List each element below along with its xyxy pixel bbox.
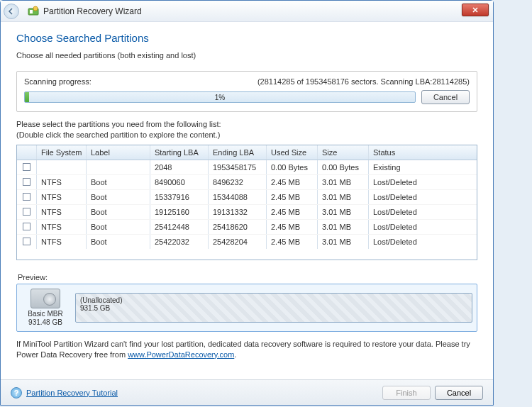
- arrow-left-icon: [8, 8, 15, 15]
- row-checkbox-cell: [17, 220, 37, 234]
- table-row[interactable]: 204819534581750.00 Bytes0.00 BytesExisti…: [17, 160, 477, 175]
- cell-size: 3.01 MB: [318, 235, 369, 249]
- scan-cancel-button[interactable]: Cancel: [421, 90, 470, 104]
- preview-panel: Basic MBR 931.48 GB (Unallocated) 931.5 …: [16, 284, 477, 332]
- titlebar: Partition Recovery Wizard: [1, 1, 493, 22]
- svg-point-2: [33, 6, 38, 11]
- back-button[interactable]: [4, 4, 19, 19]
- row-checkbox[interactable]: [23, 238, 31, 245]
- disk-size: 931.48 GB: [21, 318, 70, 327]
- cancel-button[interactable]: Cancel: [435, 386, 483, 400]
- cell-label: [87, 160, 150, 174]
- row-checkbox-cell: [17, 205, 37, 219]
- table-row[interactable]: NTFSBoot15337916153440882.45 MB3.01 MBLo…: [17, 190, 477, 205]
- cell-label: Boot: [87, 190, 150, 204]
- row-checkbox[interactable]: [23, 208, 31, 216]
- table-row[interactable]: NTFSBoot849006084962322.45 MB3.01 MBLost…: [17, 175, 477, 190]
- scan-label: Scanning progress:: [24, 77, 92, 86]
- help-link[interactable]: Partition Recovery Tutorial: [26, 389, 118, 397]
- col-starting-lba[interactable]: Starting LBA: [150, 145, 209, 160]
- cell-size: 0.00 Bytes: [318, 160, 369, 174]
- help-icon: ?: [11, 387, 22, 398]
- app-icon: [28, 6, 39, 17]
- cell-filesystem: NTFS: [37, 235, 87, 249]
- col-used-size[interactable]: Used Size: [267, 145, 318, 160]
- note-link[interactable]: www.PowerDataRecovery.com: [128, 350, 234, 359]
- window-title: Partition Recovery Wizard: [43, 6, 142, 16]
- list-hint: Please select the partitions you need fr…: [16, 119, 477, 140]
- cell-ending-lba: 8496232: [209, 175, 267, 189]
- cell-starting-lba: 8490060: [150, 175, 209, 189]
- cell-label: Boot: [87, 175, 150, 189]
- footer: ? Partition Recovery Tutorial Finish Can…: [1, 379, 493, 405]
- content-area: Choose Searched Partitions Choose all ne…: [1, 22, 493, 367]
- cell-used-size: 2.45 MB: [267, 220, 318, 234]
- cell-filesystem: NTFS: [37, 175, 87, 189]
- table-row[interactable]: NTFSBoot25412448254186202.45 MB3.01 MBLo…: [17, 220, 477, 235]
- table-header: File System Label Starting LBA Ending LB…: [17, 145, 477, 160]
- col-status[interactable]: Status: [369, 145, 477, 160]
- cell-label: Boot: [87, 205, 150, 219]
- row-checkbox-cell: [17, 190, 37, 204]
- cell-status: Lost/Deleted: [369, 190, 477, 204]
- cell-used-size: 2.45 MB: [267, 235, 318, 249]
- progress-bar: 1%: [24, 91, 416, 103]
- cell-starting-lba: 15337916: [150, 190, 209, 204]
- note-text-b: .: [234, 350, 236, 359]
- cell-filesystem: NTFS: [37, 190, 87, 204]
- table-row[interactable]: NTFSBoot25422032254282042.45 MB3.01 MBLo…: [17, 235, 477, 249]
- close-button[interactable]: [462, 4, 489, 16]
- cell-starting-lba: 2048: [150, 160, 209, 174]
- partition-size: 931.5 GB: [80, 304, 467, 312]
- cell-starting-lba: 25422032: [150, 235, 209, 249]
- cell-size: 3.01 MB: [318, 190, 369, 204]
- table-body: 204819534581750.00 Bytes0.00 BytesExisti…: [17, 160, 477, 260]
- partition-name: (Unallocated): [80, 296, 467, 304]
- cell-status: Lost/Deleted: [369, 175, 477, 189]
- cell-used-size: 0.00 Bytes: [267, 160, 318, 174]
- cell-used-size: 2.45 MB: [267, 205, 318, 219]
- cell-size: 3.01 MB: [318, 175, 369, 189]
- cell-status: Lost/Deleted: [369, 235, 477, 249]
- row-checkbox-cell: [17, 235, 37, 249]
- svg-rect-1: [30, 10, 33, 13]
- partition-table: File System Label Starting LBA Ending LB…: [16, 145, 477, 260]
- cell-used-size: 2.45 MB: [267, 175, 318, 189]
- col-checkbox: [17, 145, 37, 160]
- cell-ending-lba: 25418620: [209, 220, 267, 234]
- note-text-a: If MiniTool Partition Wizard can't find …: [16, 340, 470, 359]
- cell-filesystem: NTFS: [37, 220, 87, 234]
- col-size[interactable]: Size: [318, 145, 369, 160]
- row-checkbox[interactable]: [23, 178, 31, 186]
- row-checkbox[interactable]: [23, 163, 31, 171]
- disk-card[interactable]: Basic MBR 931.48 GB: [21, 289, 70, 327]
- cell-size: 3.01 MB: [318, 205, 369, 219]
- row-checkbox[interactable]: [23, 223, 31, 230]
- progress-fill: [25, 92, 29, 102]
- table-row[interactable]: NTFSBoot19125160191313322.45 MB3.01 MBLo…: [17, 205, 477, 220]
- cell-status: Existing: [369, 160, 477, 174]
- cell-used-size: 2.45 MB: [267, 190, 318, 204]
- disk-name: Basic MBR: [21, 310, 70, 318]
- cell-starting-lba: 25412448: [150, 220, 209, 234]
- row-checkbox-cell: [17, 175, 37, 189]
- cell-status: Lost/Deleted: [369, 205, 477, 219]
- progress-percent: 1%: [215, 94, 225, 101]
- page-subtext: Choose all needed partitions (both exist…: [16, 51, 477, 60]
- cell-ending-lba: 19131332: [209, 205, 267, 219]
- close-icon: [472, 6, 479, 13]
- partition-block[interactable]: (Unallocated) 931.5 GB: [75, 293, 472, 323]
- scan-panel: Scanning progress: (28114285 of 19534581…: [16, 71, 477, 112]
- preview-label: Preview:: [18, 273, 477, 281]
- col-filesystem[interactable]: File System: [37, 145, 87, 160]
- row-checkbox[interactable]: [23, 193, 31, 201]
- col-label[interactable]: Label: [87, 145, 150, 160]
- recovery-note: If MiniTool Partition Wizard can't find …: [16, 339, 477, 360]
- list-hint-line1: Please select the partitions you need fr…: [16, 120, 221, 128]
- cell-size: 3.01 MB: [318, 220, 369, 234]
- col-ending-lba[interactable]: Ending LBA: [209, 145, 267, 160]
- cell-ending-lba: 1953458175: [209, 160, 267, 174]
- disk-icon: [31, 289, 60, 308]
- finish-button[interactable]: Finish: [382, 386, 431, 400]
- cell-ending-lba: 15344088: [209, 190, 267, 204]
